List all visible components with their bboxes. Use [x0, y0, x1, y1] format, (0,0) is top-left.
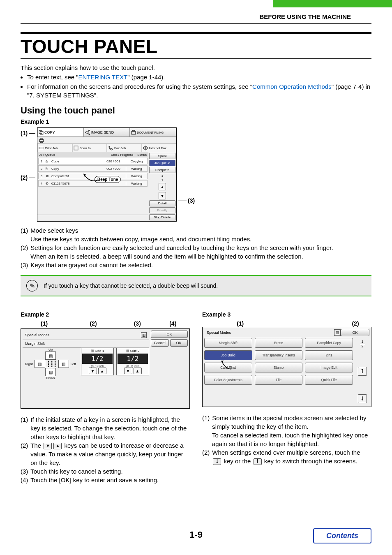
mode-tab-doc-filing[interactable]: DOCUMENT FILING — [130, 128, 176, 137]
sub-tab-fax[interactable]: Fax Job — [107, 144, 142, 152]
cell: Copy — [50, 160, 101, 163]
printer-icon — [39, 146, 44, 150]
special-mode-button[interactable]: Pamphlet Copy — [305, 338, 353, 348]
sub-tab-print[interactable]: Print Job — [37, 144, 72, 152]
rule — [21, 58, 371, 59]
note-text: If you touch a key that cannot be select… — [44, 282, 218, 289]
special-mode-button[interactable]: Image Edit — [305, 363, 353, 372]
decrease-button[interactable]: ▼ — [89, 368, 97, 374]
link-entering-text[interactable]: ENTERING TEXT — [78, 74, 128, 81]
pencil-icon — [25, 279, 39, 292]
label: Print Job — [45, 146, 58, 150]
scroll-up-button[interactable]: ▲ — [159, 183, 166, 190]
row-icon: 🖥 — [44, 174, 50, 178]
scan-icon — [74, 146, 78, 150]
cancel-button[interactable]: Cancel — [151, 339, 169, 347]
list-body: When an item is selected, a beep will so… — [30, 252, 371, 261]
list-body: Use these keys to switch between copy, i… — [30, 235, 371, 243]
label: Fax Job — [114, 146, 126, 150]
up-icon[interactable]: ▤ — [45, 352, 56, 360]
detail-button[interactable]: Detail — [149, 200, 175, 206]
stop-delete-button[interactable]: Stop/Delete — [149, 214, 175, 220]
contents-button[interactable]: Contents — [313, 528, 371, 543]
marker: (3) — [119, 320, 156, 327]
svg-rect-5 — [41, 141, 43, 142]
special-mode-button[interactable]: Transparency Inserts — [255, 350, 303, 360]
increase-button[interactable]: ▲ — [134, 368, 142, 374]
page-down-button[interactable]: 🠗 — [358, 394, 367, 403]
page-indicator: 1 2 — [360, 340, 365, 348]
num: (1) — [202, 414, 210, 431]
touch-panel-figure-1: COPY IMAGE SEND DOCUMENT FILING — [37, 127, 177, 222]
rule — [21, 32, 371, 34]
link-common-ops[interactable]: Common Operation Methods — [252, 83, 332, 90]
text: The ▼▲ keys can be used to increase or d… — [30, 441, 190, 467]
special-mode-button[interactable]: Stamp — [255, 363, 303, 372]
list-item: (1)Mode select keys — [21, 226, 371, 235]
down-key-icon: ▼ — [44, 443, 52, 449]
note-box: If you touch a key that cannot be select… — [21, 275, 371, 296]
panel-subtitle: Margin Shift — [25, 342, 147, 346]
special-mode-button[interactable]: Quick File — [305, 375, 353, 385]
mode-tab-image-send[interactable]: IMAGE SEND — [84, 128, 130, 137]
mode-tab-copy[interactable]: COPY — [37, 128, 84, 137]
list-body: To cancel a selected item, touch the hig… — [212, 431, 371, 448]
list-item: (2) The ▼▲ keys can be used to increase … — [21, 441, 190, 467]
right-icon[interactable]: ▥ — [35, 360, 45, 368]
complete-button[interactable]: Complete — [149, 167, 175, 173]
cell: 020 / 001 — [101, 160, 126, 163]
special-mode-button[interactable]: 2in1 — [305, 350, 353, 360]
list-item: (3)Touch this key to cancel a setting. — [21, 467, 190, 476]
dir-up: Up — [23, 348, 78, 352]
range: (0~1) inch — [118, 365, 148, 368]
left-icon[interactable]: ▥ — [58, 360, 69, 368]
page-title: TOUCH PANEL — [21, 35, 371, 58]
num: (3) — [21, 261, 28, 269]
ok-button-2[interactable]: OK — [170, 339, 188, 347]
label: COPY — [44, 130, 55, 134]
hdr: Sets / Progress — [111, 153, 134, 157]
cell: Waiting — [126, 174, 147, 178]
decrease-button[interactable]: ▼ — [124, 368, 132, 374]
example2-label: Example 2 — [21, 311, 190, 318]
list-item: (3)Keys that are grayed out cannot be se… — [21, 261, 371, 269]
sub-tab-scan[interactable]: Scan to — [72, 144, 107, 152]
ok-button[interactable]: OK — [341, 329, 369, 336]
svg-rect-0 — [39, 130, 42, 133]
ok-button[interactable]: OK — [151, 331, 188, 338]
down-icon[interactable]: ▤ — [45, 368, 56, 376]
up-key-icon: ▲ — [53, 443, 62, 449]
pointer-icon — [220, 358, 232, 371]
special-mode-button[interactable]: Color Adjustments — [204, 375, 252, 385]
example1-label: Example 1 — [21, 118, 371, 125]
spool-button[interactable]: Spool — [149, 153, 175, 159]
panel-title: Special Modes — [204, 329, 334, 336]
num: (1) — [21, 226, 28, 235]
sub-tab-ifax[interactable]: Internet Fax — [142, 144, 177, 152]
side2-value: 1/2 — [118, 354, 148, 364]
increase-button[interactable]: ▲ — [98, 368, 106, 374]
text: Touch this key to cancel a setting. — [30, 467, 122, 476]
table-row[interactable]: 1 ⎙ Copy 020 / 001 Copying — [38, 158, 148, 164]
text: Some items in the special modes screen a… — [212, 414, 371, 431]
filing-icon — [131, 130, 136, 135]
priority-button: Priority — [149, 207, 175, 213]
list-item: (4)Touch the [OK] key to enter and save … — [21, 476, 190, 484]
special-mode-button[interactable]: Margin Shift — [204, 338, 252, 348]
special-mode-button[interactable]: File — [255, 375, 303, 385]
send-icon — [85, 130, 90, 135]
job-queue-button[interactable]: Job Queue — [149, 160, 175, 166]
table-row[interactable]: 2 ⎘ Copy 002 / 000 Waiting — [38, 165, 148, 172]
touch-panel-figure-2: Special Modes ▥ Margin Shift Up ▤ Right … — [21, 328, 190, 409]
example3-label: Example 3 — [202, 311, 371, 318]
side1-value: 1/2 — [82, 354, 113, 364]
marker: (4) — [156, 320, 190, 327]
text: Settings for each function are easily se… — [30, 243, 333, 252]
svg-rect-6 — [39, 147, 43, 149]
special-mode-button[interactable]: Erase — [255, 338, 303, 348]
callout-2: (2) — [21, 174, 35, 181]
label: IMAGE SEND — [91, 130, 114, 134]
count: 1 — [149, 174, 175, 178]
page-up-button[interactable]: 🠕 — [358, 367, 367, 376]
scroll-down-button[interactable]: ▼ — [159, 192, 166, 199]
